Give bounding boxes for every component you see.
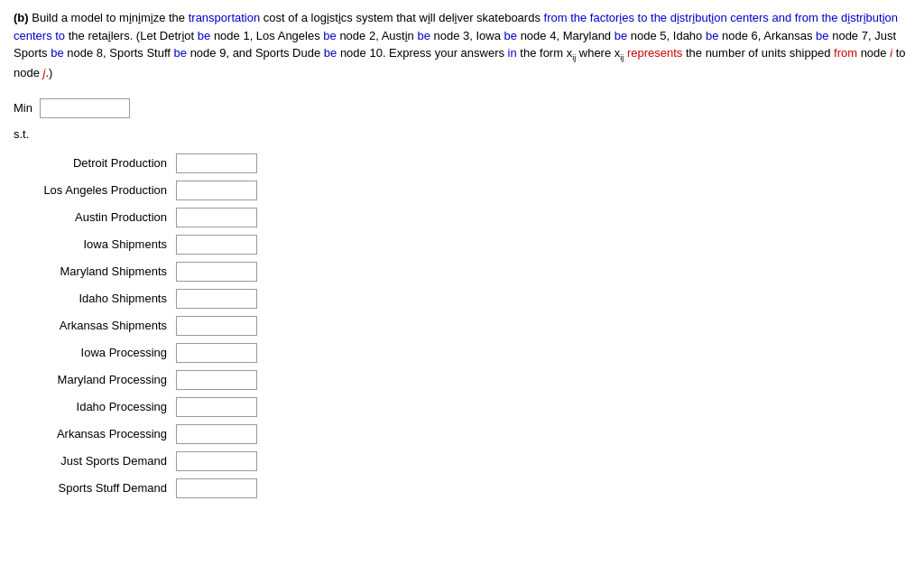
constraint-input-austin-production[interactable] <box>176 208 257 227</box>
constraint-input-maryland-processing[interactable] <box>176 370 257 390</box>
constraint-label-maryland-shipments: Maryland Shipments <box>14 264 167 278</box>
constraint-row-maryland-shipments: Maryland Shipments <box>14 262 910 282</box>
constraint-row-los-angeles-production: Los Angeles Production <box>14 181 910 200</box>
problem-text-body: Build a model to minimize the transporta… <box>14 11 906 79</box>
constraint-input-sports-stuff-demand[interactable] <box>176 478 257 498</box>
constraint-label-maryland-processing: Maryland Processing <box>14 373 167 386</box>
constraint-input-iowa-shipments[interactable] <box>176 235 257 255</box>
constraint-label-iowa-shipments: Iowa Shipments <box>14 237 167 251</box>
constraint-row-idaho-processing: Idaho Processing <box>14 397 910 417</box>
constraint-row-arkansas-processing: Arkansas Processing <box>14 424 910 444</box>
constraints-container: Detroit ProductionLos Angeles Production… <box>14 153 910 498</box>
min-label: Min <box>14 101 32 115</box>
constraint-input-idaho-shipments[interactable] <box>176 289 257 309</box>
st-label: s.t. <box>14 127 910 141</box>
constraint-input-arkansas-processing[interactable] <box>176 424 257 444</box>
constraint-input-just-sports-demand[interactable] <box>176 451 257 471</box>
constraint-input-idaho-processing[interactable] <box>176 397 257 417</box>
constraint-label-austin-production: Austin Production <box>14 210 167 224</box>
constraint-row-detroit-production: Detroit Production <box>14 153 910 173</box>
constraint-input-detroit-production[interactable] <box>176 153 257 173</box>
constraint-row-austin-production: Austin Production <box>14 208 910 227</box>
constraint-row-idaho-shipments: Idaho Shipments <box>14 289 910 309</box>
constraint-label-detroit-production: Detroit Production <box>14 156 167 170</box>
problem-label: (b) <box>14 11 29 24</box>
constraint-label-idaho-processing: Idaho Processing <box>14 400 167 413</box>
constraint-input-arkansas-shipments[interactable] <box>176 316 257 336</box>
constraint-label-iowa-processing: Iowa Processing <box>14 346 167 359</box>
constraint-row-just-sports-demand: Just Sports Demand <box>14 451 910 471</box>
constraint-label-idaho-shipments: Idaho Shipments <box>14 292 167 305</box>
problem-statement: (b) Build a model to minimize the transp… <box>14 9 910 82</box>
constraint-label-just-sports-demand: Just Sports Demand <box>14 454 167 468</box>
constraint-row-maryland-processing: Maryland Processing <box>14 370 910 390</box>
constraint-input-maryland-shipments[interactable] <box>176 262 257 282</box>
constraint-label-arkansas-processing: Arkansas Processing <box>14 427 167 441</box>
constraint-label-arkansas-shipments: Arkansas Shipments <box>14 319 167 332</box>
constraint-row-arkansas-shipments: Arkansas Shipments <box>14 316 910 336</box>
min-input[interactable] <box>40 98 130 118</box>
constraint-row-iowa-shipments: Iowa Shipments <box>14 235 910 255</box>
constraint-row-sports-stuff-demand: Sports Stuff Demand <box>14 478 910 498</box>
constraint-row-iowa-processing: Iowa Processing <box>14 343 910 363</box>
constraint-label-los-angeles-production: Los Angeles Production <box>14 183 167 197</box>
constraint-input-iowa-processing[interactable] <box>176 343 257 363</box>
constraint-label-sports-stuff-demand: Sports Stuff Demand <box>14 481 167 495</box>
min-row: Min <box>14 98 910 118</box>
constraint-input-los-angeles-production[interactable] <box>176 181 257 200</box>
